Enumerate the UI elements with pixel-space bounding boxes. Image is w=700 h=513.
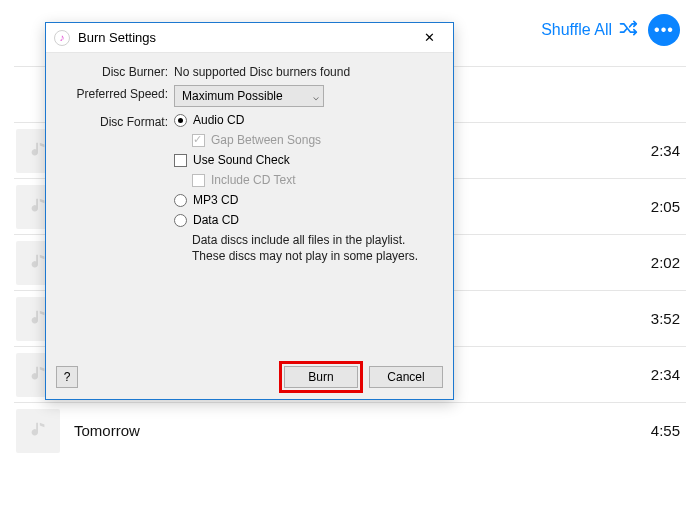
track-row[interactable]: Tomorrow 4:55 [14, 402, 686, 458]
track-duration: 4:55 [626, 422, 686, 439]
dialog-footer: ? Burn Cancel [46, 355, 453, 399]
track-artwork [16, 409, 60, 453]
burn-button[interactable]: Burn [284, 366, 358, 388]
radio-icon [174, 194, 187, 207]
preferred-speed-value: Maximum Possible [182, 89, 283, 103]
track-duration: 3:52 [626, 310, 686, 327]
burn-settings-dialog: ♪ Burn Settings ✕ Disc Burner: No suppor… [45, 22, 454, 400]
audio-cd-label: Audio CD [193, 113, 244, 127]
shuffle-label: Shuffle All [541, 21, 612, 39]
track-duration: 2:02 [626, 254, 686, 271]
dialog-app-icon: ♪ [54, 30, 70, 46]
more-menu-button[interactable]: ••• [648, 14, 680, 46]
data-cd-label: Data CD [193, 213, 239, 227]
track-duration: 2:34 [626, 142, 686, 159]
track-duration: 2:34 [626, 366, 686, 383]
mp3-cd-label: MP3 CD [193, 193, 238, 207]
track-duration: 2:05 [626, 198, 686, 215]
checkbox-icon [192, 174, 205, 187]
checkbox-gap-songs: Gap Between Songs [192, 133, 439, 147]
radio-audio-cd[interactable]: Audio CD [174, 113, 439, 127]
disc-burner-value: No supported Disc burners found [174, 63, 439, 79]
close-button[interactable]: ✕ [411, 26, 447, 50]
checkbox-icon [174, 154, 187, 167]
dialog-titlebar: ♪ Burn Settings ✕ [46, 23, 453, 53]
radio-icon [174, 214, 187, 227]
cd-text-label: Include CD Text [211, 173, 296, 187]
gap-label: Gap Between Songs [211, 133, 321, 147]
radio-icon [174, 114, 187, 127]
dialog-title: Burn Settings [78, 30, 411, 45]
shuffle-all-button[interactable]: Shuffle All [541, 18, 638, 42]
burn-highlight: Burn [279, 361, 363, 393]
radio-mp3-cd[interactable]: MP3 CD [174, 193, 439, 207]
checkbox-icon [192, 134, 205, 147]
checkbox-sound-check[interactable]: Use Sound Check [174, 153, 439, 167]
dialog-body: Disc Burner: No supported Disc burners f… [46, 53, 453, 280]
shuffle-icon [618, 18, 638, 42]
ellipsis-icon: ••• [654, 21, 674, 39]
track-title: Tomorrow [74, 422, 626, 439]
help-button[interactable]: ? [56, 366, 78, 388]
data-cd-info: Data discs include all files in the play… [192, 233, 432, 264]
chevron-down-icon: ⌵ [313, 91, 319, 102]
disc-format-label: Disc Format: [60, 113, 174, 129]
checkbox-cd-text: Include CD Text [192, 173, 439, 187]
preferred-speed-label: Preferred Speed: [60, 85, 174, 101]
preferred-speed-select[interactable]: Maximum Possible ⌵ [174, 85, 324, 107]
sound-check-label: Use Sound Check [193, 153, 290, 167]
disc-burner-label: Disc Burner: [60, 63, 174, 79]
radio-data-cd[interactable]: Data CD [174, 213, 439, 227]
cancel-button[interactable]: Cancel [369, 366, 443, 388]
close-icon: ✕ [424, 30, 435, 45]
